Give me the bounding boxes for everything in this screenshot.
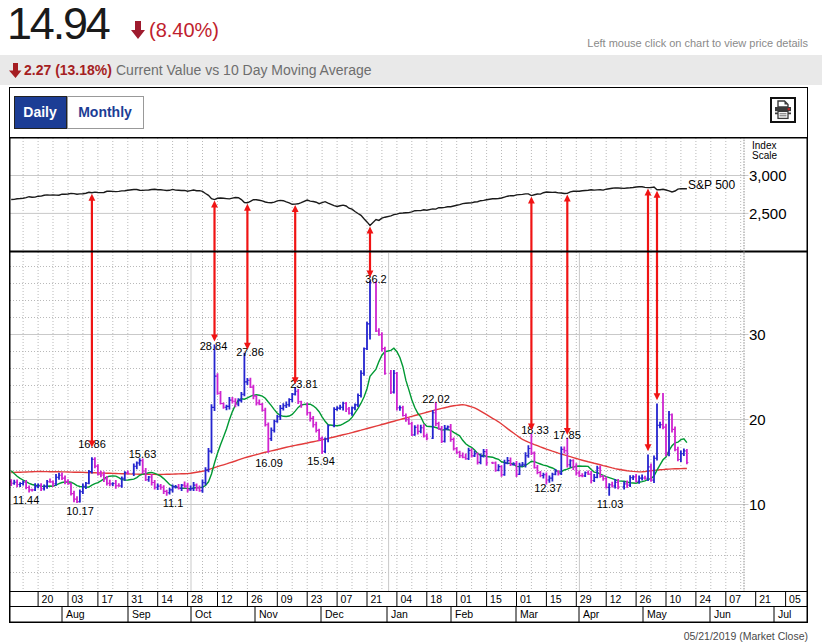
svg-text:21: 21 xyxy=(759,593,771,605)
svg-text:Aug: Aug xyxy=(66,608,85,620)
svg-text:10: 10 xyxy=(670,593,682,605)
svg-text:12: 12 xyxy=(610,593,622,605)
svg-text:Mar: Mar xyxy=(520,608,539,620)
svg-text:05: 05 xyxy=(789,593,801,605)
svg-text:20: 20 xyxy=(749,411,766,428)
svg-text:26: 26 xyxy=(251,593,263,605)
svg-text:15.94: 15.94 xyxy=(307,455,335,467)
svg-text:May: May xyxy=(647,608,668,620)
svg-text:S&P 500: S&P 500 xyxy=(688,178,735,192)
svg-text:23: 23 xyxy=(311,593,323,605)
svg-text:15: 15 xyxy=(490,593,502,605)
svg-text:12: 12 xyxy=(221,593,233,605)
svg-text:15.63: 15.63 xyxy=(129,448,157,460)
svg-text:Jan: Jan xyxy=(391,608,408,620)
svg-text:14: 14 xyxy=(161,593,173,605)
svg-text:24: 24 xyxy=(699,593,711,605)
svg-text:22.02: 22.02 xyxy=(422,393,450,405)
svg-text:Nov: Nov xyxy=(259,608,278,620)
svg-text:Dec: Dec xyxy=(325,608,344,620)
svg-text:11.1: 11.1 xyxy=(163,497,184,509)
svg-text:01: 01 xyxy=(460,593,472,605)
svg-text:17: 17 xyxy=(101,593,113,605)
svg-text:18: 18 xyxy=(430,593,442,605)
svg-text:3,000: 3,000 xyxy=(749,167,787,184)
svg-text:10: 10 xyxy=(749,496,766,513)
svg-text:11.03: 11.03 xyxy=(597,498,624,510)
svg-text:16.09: 16.09 xyxy=(255,457,283,469)
svg-text:29: 29 xyxy=(580,593,592,605)
svg-text:Oct: Oct xyxy=(195,608,211,620)
svg-text:Jun: Jun xyxy=(714,608,731,620)
svg-text:10.17: 10.17 xyxy=(66,505,94,517)
svg-text:11.44: 11.44 xyxy=(13,494,40,506)
svg-text:28.84: 28.84 xyxy=(200,340,228,352)
svg-text:18.33: 18.33 xyxy=(521,424,549,436)
svg-text:26: 26 xyxy=(640,593,652,605)
svg-text:Jul: Jul xyxy=(778,608,791,620)
svg-text:Scale: Scale xyxy=(752,150,777,161)
svg-text:15: 15 xyxy=(550,593,562,605)
svg-text:Sep: Sep xyxy=(132,608,151,620)
svg-text:28: 28 xyxy=(191,593,203,605)
svg-text:31: 31 xyxy=(131,593,143,605)
svg-text:03: 03 xyxy=(72,593,84,605)
svg-text:30: 30 xyxy=(749,326,766,343)
svg-text:01: 01 xyxy=(520,593,532,605)
svg-text:09: 09 xyxy=(281,593,293,605)
svg-text:07: 07 xyxy=(341,593,353,605)
svg-text:Feb: Feb xyxy=(455,608,473,620)
svg-text:27.86: 27.86 xyxy=(236,346,264,358)
svg-text:07: 07 xyxy=(729,593,741,605)
svg-text:12.37: 12.37 xyxy=(534,482,562,494)
svg-text:04: 04 xyxy=(400,593,412,605)
svg-text:20: 20 xyxy=(42,593,54,605)
svg-text:Apr: Apr xyxy=(583,608,600,620)
svg-text:2,500: 2,500 xyxy=(749,205,787,222)
svg-text:21: 21 xyxy=(371,593,383,605)
